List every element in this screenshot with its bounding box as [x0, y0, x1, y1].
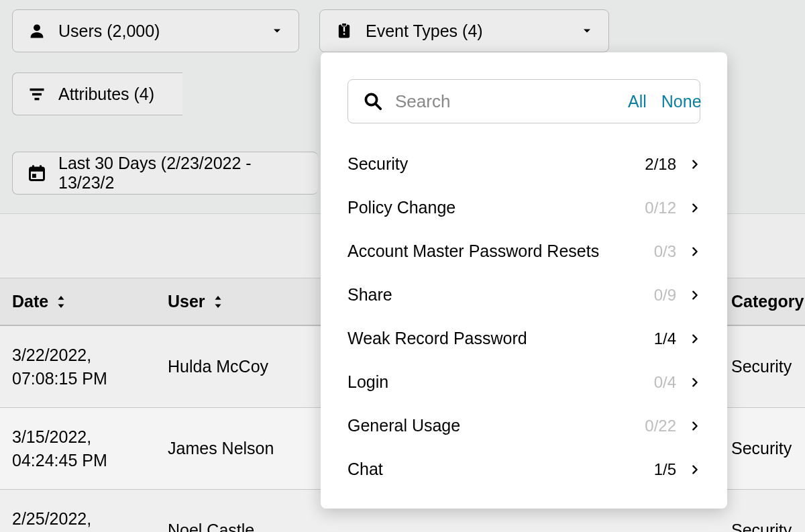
column-header-date[interactable]: Date	[0, 292, 168, 311]
filter-users-label: Users (2,000)	[58, 21, 230, 41]
sort-icon	[213, 296, 223, 308]
option-count: 2/18	[645, 155, 676, 174]
event-type-option[interactable]: Account Master Password Resets0/3	[321, 229, 727, 273]
cell-category: Security	[731, 521, 805, 532]
option-label: General Usage	[347, 416, 645, 435]
event-type-option[interactable]: Policy Change0/12	[321, 186, 727, 229]
filter-event-types[interactable]: Event Types (4)	[319, 9, 609, 52]
option-count: 0/22	[645, 417, 676, 435]
option-count: 1/4	[654, 329, 676, 348]
filter-attributes-label: Attributes (4)	[58, 85, 168, 104]
svg-rect-7	[35, 98, 40, 101]
cell-date: 2/25/2022,09:08:12 PM	[0, 507, 168, 533]
dropdown-search-row: All None	[347, 79, 700, 123]
event-types-dropdown: All None Security2/18Policy Change0/12Ac…	[321, 52, 727, 509]
chevron-right-icon	[690, 419, 700, 433]
cell-category: Security	[731, 357, 805, 376]
option-label: Share	[347, 285, 654, 305]
search-icon	[363, 91, 383, 111]
chevron-right-icon	[690, 288, 700, 302]
event-type-option[interactable]: Login0/4	[321, 360, 727, 404]
svg-rect-4	[343, 34, 345, 35]
svg-line-14	[376, 104, 381, 109]
svg-point-0	[34, 24, 40, 31]
svg-rect-6	[32, 93, 42, 96]
event-type-option[interactable]: Share0/9	[321, 273, 727, 317]
svg-rect-12	[32, 174, 36, 178]
event-type-option[interactable]: Chat1/5	[321, 447, 727, 491]
chevron-down-icon	[270, 24, 284, 38]
cell-date: 3/22/2022,07:08:15 PM	[0, 343, 168, 390]
chevron-down-icon	[580, 24, 594, 38]
chevron-right-icon	[690, 376, 700, 389]
cell-category: Security	[731, 439, 805, 458]
filter-date-range-label: Last 30 Days (2/23/2022 - 13/23/2	[58, 154, 303, 193]
dropdown-search-input[interactable]	[395, 91, 613, 112]
svg-rect-3	[343, 27, 345, 32]
clipboard-alert-icon	[335, 21, 354, 40]
option-count: 0/3	[654, 242, 676, 261]
chevron-right-icon	[690, 245, 700, 258]
sort-icon	[56, 296, 66, 308]
option-count: 0/9	[654, 286, 676, 305]
filter-icon	[28, 85, 46, 103]
event-type-option[interactable]: Security2/18	[321, 142, 727, 186]
select-none-link[interactable]: None	[661, 92, 702, 111]
option-count: 0/4	[654, 373, 676, 392]
option-label: Login	[347, 372, 654, 392]
filter-attributes[interactable]: Attributes (4)	[12, 72, 182, 115]
svg-rect-10	[32, 165, 34, 169]
cell-date: 3/15/2022,04:24:45 PM	[0, 425, 168, 472]
svg-rect-11	[40, 165, 42, 169]
user-icon	[28, 21, 46, 40]
chevron-right-icon	[690, 463, 700, 476]
option-count: 1/5	[654, 460, 676, 479]
option-label: Chat	[347, 460, 654, 479]
column-header-category[interactable]: Category	[731, 292, 805, 311]
option-label: Weak Record Password	[347, 329, 654, 348]
svg-rect-5	[30, 89, 44, 91]
calendar-icon	[28, 164, 46, 182]
chevron-right-icon	[690, 201, 700, 215]
svg-rect-2	[342, 23, 347, 26]
cell-user: Noel Castle	[168, 521, 347, 532]
option-label: Account Master Password Resets	[347, 242, 654, 261]
option-label: Policy Change	[347, 198, 645, 217]
event-type-option[interactable]: General Usage0/22	[321, 404, 727, 447]
chevron-right-icon	[690, 158, 700, 171]
option-label: Security	[347, 154, 645, 174]
option-count: 0/12	[645, 199, 676, 217]
event-type-option[interactable]: Weak Record Password1/4	[321, 317, 727, 360]
chevron-right-icon	[690, 332, 700, 345]
select-all-link[interactable]: All	[628, 92, 647, 111]
svg-rect-9	[30, 168, 44, 172]
filter-event-types-label: Event Types (4)	[366, 21, 540, 41]
filter-date-range[interactable]: Last 30 Days (2/23/2022 - 13/23/2	[12, 152, 318, 195]
filter-users[interactable]: Users (2,000)	[12, 9, 299, 52]
